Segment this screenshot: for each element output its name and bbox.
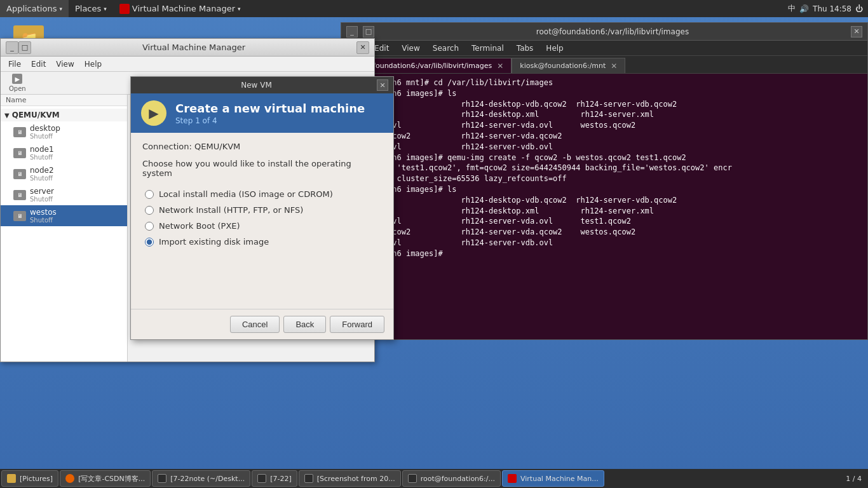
- vmm-panel-icon: [119, 4, 130, 14]
- newvm-option-import[interactable]: Import existing disk image: [145, 237, 382, 247]
- terminal-menu-tabs[interactable]: Tabs: [512, 43, 539, 54]
- vmm-group-arrow: ▼: [4, 112, 10, 119]
- taskbar-item-6[interactable]: Virtual Machine Man...: [502, 470, 604, 487]
- vmm-minimize-btn[interactable]: _: [6, 41, 18, 54]
- taskbar-item-5[interactable]: root@foundation6:/...: [402, 470, 501, 487]
- vm-info-desktop: desktop Shutoff: [30, 124, 60, 140]
- vmm-vm-node1[interactable]: 🖥 node1 Shutoff: [1, 142, 127, 163]
- vm-info-node1: node1 Shutoff: [30, 145, 54, 161]
- newvm-connection-label: Connection:: [142, 142, 192, 151]
- vmm-maximize-btn[interactable]: □: [18, 41, 31, 54]
- newvm-options: Local install media (ISO image or CDROM)…: [142, 189, 382, 247]
- newvm-footer: Cancel Back Forward: [131, 309, 393, 339]
- vmm-open-btn[interactable]: ▶ Open: [3, 72, 32, 94]
- terminal-maximize-btn[interactable]: □: [363, 26, 374, 37]
- newvm-option-label-pxe: Network Boot (PXE): [159, 221, 240, 231]
- newvm-main-title: Create a new virtual machine: [175, 102, 365, 115]
- vmm-panel-label: Virtual Machine Manager: [132, 4, 235, 13]
- power-icon[interactable]: ⏻: [855, 4, 863, 13]
- taskbar-label-0: [Pictures]: [20, 475, 53, 483]
- newvm-option-label-import: Import existing disk image: [159, 237, 269, 247]
- taskbar-icon-0: [7, 474, 16, 483]
- vm-name-desktop: desktop: [30, 124, 60, 133]
- taskbar-item-1[interactable]: [写文章-CSDN博客...: [60, 470, 151, 487]
- terminal-menu-view[interactable]: View: [397, 43, 424, 54]
- taskbar-label-1: [写文章-CSDN博客...: [78, 474, 145, 484]
- vm-icon-node2: 🖥: [13, 169, 26, 179]
- taskbar-icon-4: [304, 474, 313, 483]
- vm-icon-westos: 🖥: [13, 211, 26, 221]
- vmm-vm-list: 🖥 desktop Shutoff 🖥 node1 Shutoff 🖥 node…: [1, 121, 127, 226]
- newvm-radio-pxe[interactable]: [145, 222, 154, 231]
- newvm-back-btn[interactable]: Back: [283, 316, 326, 333]
- vmm-sidebar-name-header: Name: [1, 95, 127, 106]
- taskbar-page: 1 / 4: [846, 475, 867, 483]
- newvm-radio-local[interactable]: [145, 190, 154, 199]
- network-icon: 中: [788, 3, 796, 14]
- newvm-option-label-network: Network Install (HTTP, FTP, or NFS): [159, 205, 303, 215]
- vmm-vm-westos[interactable]: 🖥 westos Shutoff: [1, 205, 127, 226]
- vm-name-server: server: [30, 187, 54, 196]
- newvm-option-local[interactable]: Local install media (ISO image or CDROM): [145, 189, 382, 199]
- terminal-tab2-close[interactable]: ✕: [611, 62, 617, 71]
- vmm-menubar: File Edit View Help: [1, 57, 374, 72]
- terminal-menu-help[interactable]: Help: [541, 43, 568, 54]
- taskbar-label-6: Virtual Machine Man...: [520, 475, 599, 483]
- vmm-group: ▼ QEMU/KVM 🖥 desktop Shutoff 🖥 node1 Shu…: [1, 106, 127, 229]
- vmm-close-btn[interactable]: ✕: [356, 41, 369, 54]
- terminal-close-btn[interactable]: ✕: [851, 26, 862, 37]
- vm-icon-node1: 🖥: [13, 148, 26, 158]
- vmm-group-label: QEMU/KVM: [12, 111, 60, 119]
- taskbar-icon-5: [408, 474, 417, 483]
- terminal-menu-search[interactable]: Search: [428, 43, 464, 54]
- taskbar: [Pictures] [写文章-CSDN博客... [7-22note (~/D…: [0, 469, 868, 488]
- newvm-connection-value: QEMU/KVM: [194, 142, 240, 151]
- taskbar-icon-6: [508, 474, 517, 483]
- terminal-content[interactable]: [foundation6 mnt]# cd /var/lib/libvirt/i…: [341, 74, 867, 339]
- taskbar-item-0[interactable]: [Pictures]: [1, 470, 58, 487]
- newvm-header: ▶ Create a new virtual machine Step 1 of…: [131, 93, 393, 133]
- newvm-option-network[interactable]: Network Install (HTTP, FTP, or NFS): [145, 205, 382, 215]
- newvm-dialog-close[interactable]: ✕: [377, 79, 388, 91]
- newvm-install-label: Choose how you would like to install the…: [142, 159, 382, 178]
- vmm-vm-desktop[interactable]: 🖥 desktop Shutoff: [1, 121, 127, 142]
- newvm-forward-btn[interactable]: Forward: [330, 316, 384, 333]
- newvm-option-pxe[interactable]: Network Boot (PXE): [145, 221, 382, 231]
- vm-status-server: Shutoff: [30, 196, 54, 203]
- terminal-tab2-label: kiosk@foundation6:/mnt: [520, 62, 606, 70]
- newvm-radio-import[interactable]: [145, 238, 154, 247]
- taskbar-icon-1: [65, 474, 74, 483]
- vmm-vm-server[interactable]: 🖥 server Shutoff: [1, 184, 127, 205]
- vmm-sidebar: Name ▼ QEMU/KVM 🖥 desktop Shutoff 🖥 node…: [1, 95, 128, 362]
- vmm-vm-node2[interactable]: 🖥 node2 Shutoff: [1, 163, 127, 184]
- vm-info-node2: node2 Shutoff: [30, 166, 54, 182]
- newvm-cancel-btn[interactable]: Cancel: [230, 316, 280, 333]
- taskbar-label-3: [7-22]: [270, 475, 292, 483]
- places-menu[interactable]: Places ▾: [69, 0, 113, 17]
- top-panel: Applications ▾ Places ▾ Virtual Machine …: [0, 0, 868, 17]
- newvm-radio-network[interactable]: [145, 206, 154, 215]
- vm-name-westos: westos: [30, 208, 57, 217]
- taskbar-label-5: root@foundation6:/...: [421, 475, 495, 483]
- vmm-menu-file[interactable]: File: [3, 58, 26, 70]
- taskbar-label-2: [7-22note (~/Deskt...: [170, 475, 245, 483]
- vmm-menu-edit[interactable]: Edit: [26, 58, 51, 70]
- newvm-step: Step 1 of 4: [175, 116, 365, 125]
- taskbar-item-2[interactable]: [7-22note (~/Deskt...: [152, 470, 250, 487]
- taskbar-icon-2: [158, 474, 166, 483]
- terminal-tab1-close[interactable]: ✕: [497, 62, 503, 71]
- vmm-menu-help[interactable]: Help: [79, 58, 107, 70]
- vmm-title: Virtual Machine Manager: [31, 43, 356, 52]
- terminal-tab-2[interactable]: kiosk@foundation6:/mnt ✕: [512, 58, 625, 73]
- taskbar-icon-3: [257, 474, 266, 483]
- taskbar-item-3[interactable]: [7-22]: [252, 470, 297, 487]
- vmm-group-header[interactable]: ▼ QEMU/KVM: [1, 109, 127, 121]
- terminal-menu-terminal[interactable]: Terminal: [466, 43, 509, 54]
- vmm-open-icon: ▶: [12, 74, 22, 84]
- applications-menu[interactable]: Applications ▾: [0, 0, 69, 17]
- vmm-panel-button[interactable]: Virtual Machine Manager ▾: [113, 0, 247, 17]
- vmm-name-col: Name: [6, 96, 26, 104]
- vmm-menu-view[interactable]: View: [51, 58, 79, 70]
- taskbar-item-4[interactable]: [Screenshot from 20...: [299, 470, 401, 487]
- terminal-minimize-btn[interactable]: _: [346, 26, 358, 37]
